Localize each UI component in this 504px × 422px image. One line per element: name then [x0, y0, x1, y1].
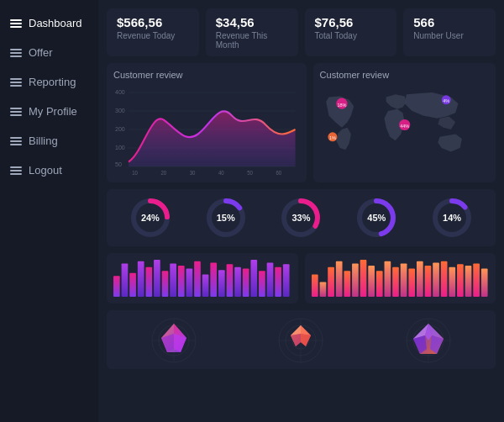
shape-1 [140, 317, 207, 363]
shape-2 [267, 317, 334, 363]
svg-text:200: 200 [115, 125, 125, 133]
svg-rect-67 [400, 263, 407, 297]
svg-text:44%: 44% [400, 124, 409, 129]
svg-rect-34 [113, 276, 120, 297]
svg-text:50: 50 [247, 170, 253, 176]
svg-rect-43 [186, 269, 193, 297]
svg-rect-70 [424, 266, 431, 297]
donut-item-3: 45% [354, 196, 398, 240]
svg-rect-54 [275, 267, 281, 297]
stat-number-user: 566 Number User [403, 8, 496, 56]
main-content: $566,56 Revenue Today $34,56 Revenue Thi… [98, 0, 504, 422]
svg-text:10: 10 [132, 170, 138, 176]
svg-text:30: 30 [190, 170, 196, 176]
sidebar-item-offer[interactable]: Offer [0, 38, 98, 67]
sidebar-label-profile: My Profile [29, 105, 77, 118]
menu-icon [10, 19, 22, 28]
svg-rect-50 [243, 269, 249, 297]
svg-rect-56 [312, 275, 318, 297]
line-chart-card: Customer review 400 300 200 100 50 10 20… [107, 63, 307, 182]
stat-value-3: 566 [413, 15, 486, 29]
svg-rect-38 [145, 267, 152, 297]
shape-svg-1 [140, 317, 207, 363]
svg-marker-95 [291, 325, 301, 335]
svg-rect-42 [178, 266, 185, 297]
sidebar-item-myprofile[interactable]: My Profile [0, 97, 98, 126]
stat-label-0: Revenue Today [117, 31, 189, 40]
svg-text:300: 300 [115, 107, 125, 114]
bar-charts-row [107, 253, 496, 303]
stat-value-2: $76,56 [315, 15, 387, 29]
donut-label-3: 45% [367, 213, 386, 223]
donut-item-0: 24% [129, 196, 172, 240]
svg-rect-44 [194, 261, 201, 297]
svg-text:40: 40 [218, 170, 224, 176]
svg-rect-76 [473, 263, 480, 297]
svg-rect-48 [227, 264, 234, 297]
svg-rect-58 [328, 267, 334, 297]
donut-label-2: 33% [291, 213, 310, 223]
menu-icon-profile [10, 108, 22, 116]
svg-rect-64 [375, 271, 382, 297]
donut-item-2: 33% [279, 196, 323, 240]
sidebar-label-dashboard: Dashboard [29, 17, 82, 29]
sidebar-item-billing[interactable]: Billing [0, 126, 98, 156]
stat-label-2: Total Today [315, 31, 387, 40]
stat-label-3: Number User [413, 31, 486, 40]
svg-text:4%: 4% [443, 98, 449, 103]
stat-total-today: $76,56 Total Today [305, 8, 397, 56]
bar-chart-right-svg [312, 260, 490, 297]
svg-rect-53 [267, 263, 274, 297]
stat-value-0: $566,56 [117, 15, 189, 29]
stat-label-1: Revenue This Month [216, 31, 288, 50]
world-map: 18% 4% 44% 1% [320, 83, 489, 176]
svg-rect-71 [433, 263, 439, 297]
svg-rect-66 [392, 267, 399, 297]
menu-icon-reporting [10, 78, 22, 87]
svg-rect-57 [319, 282, 326, 297]
svg-rect-69 [416, 261, 423, 297]
world-map-card: Customer review [313, 63, 496, 182]
svg-rect-46 [210, 263, 217, 297]
donut-label-4: 14% [443, 213, 461, 223]
svg-rect-62 [360, 260, 366, 297]
svg-text:18%: 18% [337, 103, 346, 108]
svg-rect-74 [457, 264, 464, 297]
charts-row: Customer review 400 300 200 100 50 10 20… [107, 63, 496, 182]
menu-icon-billing [10, 137, 22, 145]
line-chart: 400 300 200 100 50 10 20 30 40 50 60 [113, 83, 300, 176]
svg-text:1%: 1% [329, 135, 336, 140]
svg-rect-36 [129, 273, 136, 297]
bar-chart-right [305, 253, 496, 303]
svg-rect-35 [122, 263, 129, 297]
sidebar-item-dashboard[interactable]: Dashboard [0, 8, 98, 38]
world-map-svg: 18% 4% 44% 1% [320, 83, 489, 176]
donut-label-0: 24% [141, 213, 160, 223]
sidebar-label-logout: Logout [29, 164, 62, 177]
svg-rect-41 [170, 263, 176, 297]
svg-rect-47 [218, 270, 225, 297]
svg-rect-77 [480, 269, 487, 297]
svg-rect-73 [449, 267, 455, 297]
donut-row: 24% 15% 33% 45% [107, 189, 496, 246]
shape-svg-2 [267, 317, 334, 363]
svg-rect-65 [384, 261, 391, 297]
donut-item-1: 15% [204, 196, 248, 240]
svg-rect-49 [234, 267, 241, 297]
shapes-row [107, 310, 496, 369]
svg-text:100: 100 [115, 144, 125, 151]
sidebar-item-reporting[interactable]: Reporting [0, 67, 98, 97]
line-chart-title: Customer review [113, 70, 300, 80]
svg-text:400: 400 [115, 88, 125, 96]
sidebar-item-logout[interactable]: Logout [0, 156, 98, 185]
svg-text:50: 50 [115, 161, 122, 168]
svg-rect-40 [162, 271, 169, 297]
sidebar-label-billing: Billing [29, 135, 58, 147]
bar-chart-left-svg [113, 260, 291, 297]
stat-revenue-today: $566,56 Revenue Today [107, 8, 199, 56]
svg-rect-72 [440, 261, 447, 297]
sidebar: Dashboard Offer Reporting My Profile Bil… [0, 0, 98, 422]
shape-3 [395, 317, 462, 363]
menu-icon-logout [10, 166, 22, 175]
line-chart-svg: 400 300 200 100 50 10 20 30 40 50 60 [113, 83, 300, 176]
